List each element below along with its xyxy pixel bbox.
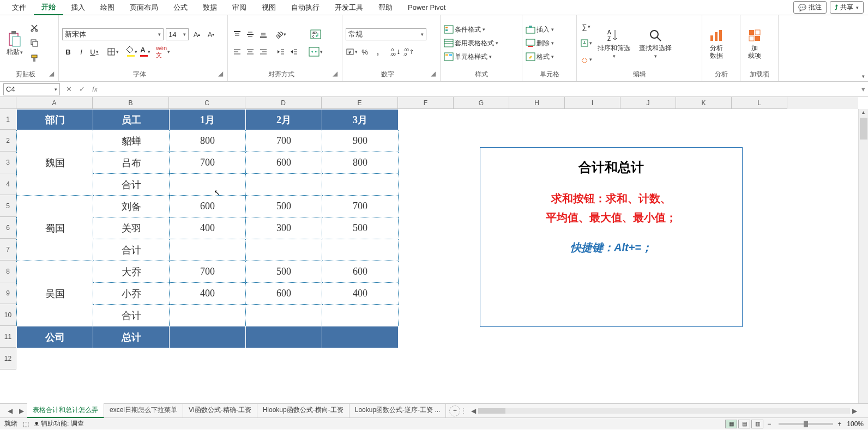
cell[interactable]: 合计 bbox=[93, 305, 170, 326]
col-header-E[interactable]: E bbox=[322, 97, 398, 109]
clear-button[interactable]: ▾ bbox=[580, 53, 592, 65]
cell[interactable]: 500 bbox=[246, 261, 322, 283]
row-header-12[interactable]: 12 bbox=[0, 348, 16, 370]
cancel-formula-button[interactable]: ✕ bbox=[62, 85, 75, 93]
zoom-out-button[interactable]: − bbox=[767, 420, 771, 428]
merge-center-button[interactable]: ▾ bbox=[308, 46, 324, 58]
cell[interactable]: 500 bbox=[246, 196, 322, 217]
delete-cells-button[interactable]: 删除▾ bbox=[526, 39, 554, 48]
cell[interactable]: 关羽 bbox=[93, 217, 170, 239]
cell[interactable]: 500 bbox=[322, 217, 399, 239]
align-bottom-button[interactable] bbox=[257, 28, 269, 40]
col-header-H[interactable]: H bbox=[509, 97, 565, 109]
col-header-G[interactable]: G bbox=[454, 97, 509, 109]
cell[interactable]: 400 bbox=[170, 283, 246, 305]
row-header-3[interactable]: 3 bbox=[0, 152, 16, 173]
increase-decimal-button[interactable]: .0.00 bbox=[389, 46, 401, 58]
menu-formulas[interactable]: 公式 bbox=[166, 1, 195, 15]
cell[interactable]: 1月 bbox=[170, 110, 246, 130]
menu-data[interactable]: 数据 bbox=[195, 1, 225, 15]
menu-automate[interactable]: 自动执行 bbox=[284, 1, 327, 15]
tab-nav-prev[interactable]: ◀ bbox=[4, 407, 16, 415]
cell[interactable]: 3月 bbox=[322, 110, 399, 130]
bold-button[interactable]: B bbox=[62, 46, 74, 58]
cell[interactable]: 魏国 bbox=[17, 130, 93, 196]
zoom-in-button[interactable]: + bbox=[837, 420, 841, 428]
comments-button[interactable]: 💬批注 bbox=[793, 1, 827, 14]
find-select-button[interactable]: 查找和选择▾ bbox=[636, 26, 675, 61]
cell[interactable]: 刘备 bbox=[93, 196, 170, 217]
name-box[interactable]: C4▾ bbox=[3, 83, 60, 95]
cell[interactable]: 600 bbox=[246, 152, 322, 174]
sheet-tab-1[interactable]: excel日期怎么下拉菜单 bbox=[104, 403, 183, 418]
copy-button[interactable] bbox=[28, 37, 40, 49]
view-normal-button[interactable]: ▦ bbox=[725, 420, 737, 428]
sheet-tab-3[interactable]: Hlookup函数公式-横向-工资 bbox=[257, 403, 349, 418]
cell[interactable] bbox=[170, 174, 246, 196]
col-header-K[interactable]: K bbox=[676, 97, 732, 109]
cell[interactable] bbox=[170, 305, 246, 326]
col-header-J[interactable]: J bbox=[620, 97, 676, 109]
dialog-launcher-icon[interactable]: ◢ bbox=[48, 70, 55, 77]
autosum-button[interactable]: ∑▾ bbox=[580, 21, 592, 33]
cell[interactable]: 700 bbox=[246, 130, 322, 152]
row-header-7[interactable]: 7 bbox=[0, 239, 16, 261]
cell[interactable] bbox=[170, 239, 246, 261]
menu-dev[interactable]: 开发工具 bbox=[327, 1, 371, 15]
cell[interactable]: 小乔 bbox=[93, 283, 170, 305]
format-painter-button[interactable] bbox=[28, 52, 40, 64]
cell[interactable] bbox=[322, 326, 399, 348]
zoom-slider[interactable] bbox=[779, 423, 833, 425]
row-header-9[interactable]: 9 bbox=[0, 282, 16, 304]
col-header-C[interactable]: C bbox=[169, 97, 245, 109]
insert-cells-button[interactable]: 插入▾ bbox=[526, 25, 554, 34]
menu-help[interactable]: 帮助 bbox=[371, 1, 400, 15]
italic-button[interactable]: I bbox=[75, 46, 87, 58]
row-header-1[interactable]: 1 bbox=[0, 109, 16, 130]
dialog-launcher-icon[interactable]: ◢ bbox=[217, 70, 224, 77]
callout-box[interactable]: 合计和总计 求和按钮：求和、计数、 平均值、最大值、最小值； 快捷键：Alt+=… bbox=[480, 147, 743, 327]
paste-button[interactable]: 粘贴▾ bbox=[3, 29, 26, 57]
sort-filter-button[interactable]: AZ 排序和筛选▾ bbox=[594, 26, 634, 61]
cell[interactable]: 600 bbox=[246, 283, 322, 305]
formula-input[interactable] bbox=[101, 83, 858, 95]
cell[interactable]: 600 bbox=[170, 196, 246, 217]
accounting-button[interactable]: ¥▾ bbox=[346, 46, 358, 58]
vertical-scrollbar[interactable]: ▴ bbox=[858, 109, 868, 403]
align-left-button[interactable] bbox=[231, 46, 243, 58]
cell[interactable]: 部门 bbox=[17, 110, 93, 130]
decrease-indent-button[interactable] bbox=[275, 46, 287, 58]
format-cells-button[interactable]: 格式▾ bbox=[526, 52, 554, 62]
font-color-button[interactable]: A▾ bbox=[138, 46, 150, 58]
cell[interactable] bbox=[322, 239, 399, 261]
cell[interactable] bbox=[170, 326, 246, 348]
cell[interactable]: 合计 bbox=[93, 174, 170, 196]
row-header-6[interactable]: 6 bbox=[0, 217, 16, 239]
dialog-launcher-icon[interactable]: ◢ bbox=[331, 70, 339, 77]
cell[interactable] bbox=[246, 239, 322, 261]
row-header-8[interactable]: 8 bbox=[0, 261, 16, 282]
cell[interactable]: 合计 bbox=[93, 239, 170, 261]
cell[interactable]: 400 bbox=[170, 217, 246, 239]
cell[interactable]: 700 bbox=[322, 196, 399, 217]
ribbon-collapse-button[interactable]: ▾ bbox=[858, 15, 868, 81]
col-header-D[interactable]: D bbox=[245, 97, 322, 109]
menu-powerpivot[interactable]: Power Pivot bbox=[400, 1, 453, 14]
cell[interactable] bbox=[322, 174, 399, 196]
view-pagelayout-button[interactable]: ▤ bbox=[738, 420, 750, 428]
increase-indent-button[interactable] bbox=[288, 46, 300, 58]
cell[interactable]: 吴国 bbox=[17, 261, 93, 326]
row-header-4[interactable]: 4 bbox=[0, 173, 16, 195]
menu-review[interactable]: 审阅 bbox=[225, 1, 254, 15]
cell[interactable]: 貂蝉 bbox=[93, 130, 170, 152]
sheet-tab-0[interactable]: 表格合计和总计怎么弄 bbox=[27, 403, 104, 418]
row-header-2[interactable]: 2 bbox=[0, 130, 16, 152]
align-middle-button[interactable] bbox=[244, 28, 256, 40]
fill-color-button[interactable]: ▾ bbox=[125, 46, 137, 58]
col-header-L[interactable]: L bbox=[732, 97, 787, 109]
cell[interactable]: 蜀国 bbox=[17, 196, 93, 261]
select-all-corner[interactable] bbox=[0, 97, 16, 109]
col-header-F[interactable]: F bbox=[398, 97, 454, 109]
sheet-tab-2[interactable]: Vl函数公式-精确-工资 bbox=[183, 403, 257, 418]
percent-button[interactable]: % bbox=[359, 46, 371, 58]
